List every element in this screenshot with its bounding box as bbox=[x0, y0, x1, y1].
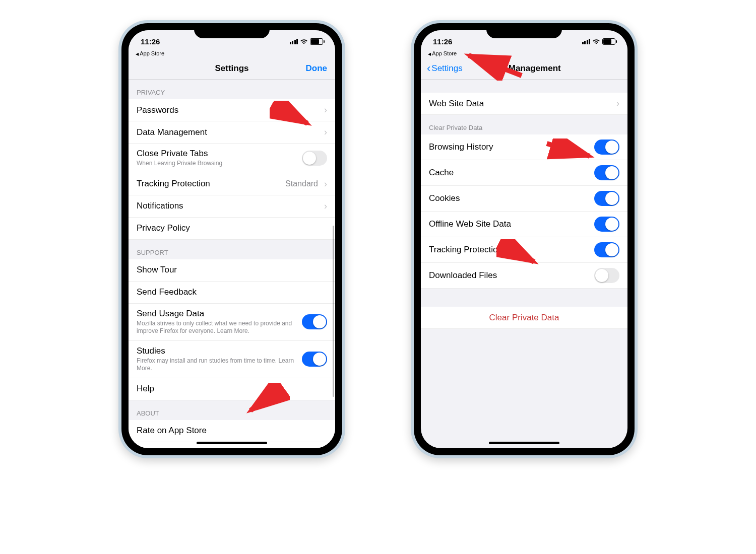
row-tracking[interactable]: Tracking Protection bbox=[421, 237, 627, 263]
chevron-back-icon: ‹ bbox=[427, 62, 430, 75]
chevron-icon: › bbox=[324, 179, 327, 189]
label-data-management: Data Management bbox=[137, 127, 207, 137]
section-support: SUPPORT bbox=[129, 240, 335, 259]
chevron-icon: › bbox=[324, 201, 327, 212]
section-clear-header: Clear Private Data bbox=[421, 115, 627, 134]
row-notifications[interactable]: Notifications › bbox=[129, 195, 335, 218]
label-notifications: Notifications bbox=[137, 201, 183, 211]
row-cache[interactable]: Cache bbox=[421, 160, 627, 186]
row-downloads[interactable]: Downloaded Files bbox=[421, 263, 627, 289]
label-clear-private: Clear Private Data bbox=[489, 313, 559, 323]
toggle-send-usage[interactable] bbox=[302, 314, 327, 329]
chevron-icon: › bbox=[616, 98, 619, 109]
section-about: ABOUT bbox=[129, 400, 335, 420]
status-time: 11:26 bbox=[141, 37, 186, 46]
nav-bar: Settings Done bbox=[129, 57, 335, 80]
label-downloads: Downloaded Files bbox=[429, 270, 497, 281]
toggle-browsing-history[interactable] bbox=[594, 140, 619, 155]
scrollbar[interactable] bbox=[333, 226, 334, 397]
label-close-private: Close Private Tabs bbox=[137, 149, 208, 159]
toggle-offline[interactable] bbox=[594, 217, 619, 232]
nav-bar: ‹ Settings Data Management bbox=[421, 57, 627, 80]
status-icons bbox=[278, 37, 323, 45]
clear-private-data-button[interactable]: Clear Private Data bbox=[421, 307, 627, 329]
done-button[interactable]: Done bbox=[306, 57, 328, 79]
label-cache: Cache bbox=[429, 168, 454, 178]
back-to-app[interactable]: App Store bbox=[421, 50, 627, 57]
data-mgmt-content: Web Site Data › Clear Private Data Brows… bbox=[421, 80, 627, 448]
label-send-usage: Send Usage Data bbox=[137, 309, 204, 319]
label-tracking: Tracking Protection bbox=[137, 179, 210, 189]
row-passwords[interactable]: Passwords › bbox=[129, 99, 335, 121]
toggle-tracking[interactable] bbox=[594, 242, 619, 257]
label-offline: Offline Web Site Data bbox=[429, 219, 511, 229]
row-privacy-policy[interactable]: Privacy Policy bbox=[129, 218, 335, 240]
battery-icon bbox=[602, 38, 615, 45]
nav-title: Settings bbox=[215, 63, 248, 74]
label-browsing-history: Browsing History bbox=[429, 142, 493, 152]
label-cookies: Cookies bbox=[429, 193, 460, 203]
row-studies[interactable]: Studies Firefox may install and run stud… bbox=[129, 341, 335, 378]
status-icons bbox=[570, 37, 615, 45]
back-label: Settings bbox=[431, 63, 462, 74]
phone-bezel: 11:26 App Store ‹ Settings Data Manageme… bbox=[414, 23, 635, 455]
row-rate[interactable]: Rate on App Store bbox=[129, 420, 335, 442]
label-version: Firefox 113.1 (30885) bbox=[137, 448, 219, 448]
notch bbox=[486, 23, 562, 38]
label-show-tour: Show Tour bbox=[137, 265, 177, 275]
row-show-tour[interactable]: Show Tour bbox=[129, 259, 335, 282]
back-to-app[interactable]: App Store bbox=[129, 50, 335, 57]
label-tracking-prot: Tracking Protection bbox=[429, 245, 502, 255]
notch bbox=[194, 23, 270, 38]
row-browsing-history[interactable]: Browsing History bbox=[421, 134, 627, 160]
cellular-icon bbox=[290, 39, 298, 44]
wifi-icon bbox=[592, 37, 600, 45]
phone-settings: 11:26 App Store Settings Done PRIVACY Pa… bbox=[118, 20, 345, 458]
value-tracking: Standard bbox=[285, 179, 318, 188]
row-offline[interactable]: Offline Web Site Data bbox=[421, 212, 627, 237]
screen-data-management: 11:26 App Store ‹ Settings Data Manageme… bbox=[421, 30, 627, 448]
row-data-management[interactable]: Data Management › bbox=[129, 121, 335, 144]
toggle-close-private[interactable] bbox=[302, 151, 327, 166]
label-studies: Studies bbox=[137, 346, 165, 356]
label-privacy-policy: Privacy Policy bbox=[137, 223, 190, 233]
home-indicator[interactable] bbox=[197, 442, 267, 444]
wifi-icon bbox=[300, 37, 308, 45]
phone-bezel: 11:26 App Store Settings Done PRIVACY Pa… bbox=[121, 23, 342, 455]
sub-studies: Firefox may install and run studies from… bbox=[137, 357, 305, 373]
cellular-icon bbox=[582, 39, 591, 44]
label-rate: Rate on App Store bbox=[137, 426, 207, 436]
sub-close-private: When Leaving Private Browsing bbox=[137, 160, 222, 168]
row-cookies[interactable]: Cookies bbox=[421, 186, 627, 212]
row-tracking-protection[interactable]: Tracking Protection Standard › bbox=[129, 173, 335, 195]
home-indicator[interactable] bbox=[489, 442, 559, 444]
row-web-site-data[interactable]: Web Site Data › bbox=[421, 93, 627, 115]
section-privacy: PRIVACY bbox=[129, 80, 335, 99]
row-help[interactable]: Help bbox=[129, 378, 335, 400]
toggle-cache[interactable] bbox=[594, 165, 619, 180]
phone-data-management: 11:26 App Store ‹ Settings Data Manageme… bbox=[411, 20, 638, 458]
chevron-icon: › bbox=[324, 105, 327, 115]
sub-send-usage: Mozilla strives to only collect what we … bbox=[137, 320, 305, 335]
label-web-site-data: Web Site Data bbox=[429, 99, 484, 109]
label-help: Help bbox=[137, 384, 154, 394]
settings-content: PRIVACY Passwords › Data Management › Cl… bbox=[129, 80, 335, 448]
toggle-downloads[interactable] bbox=[594, 268, 619, 283]
row-close-private-tabs[interactable]: Close Private Tabs When Leaving Private … bbox=[129, 144, 335, 173]
chevron-icon: › bbox=[324, 127, 327, 137]
toggle-studies[interactable] bbox=[302, 352, 327, 367]
row-send-feedback[interactable]: Send Feedback bbox=[129, 282, 335, 304]
back-button[interactable]: ‹ Settings bbox=[427, 57, 463, 79]
nav-title: Data Management bbox=[487, 63, 560, 74]
label-passwords: Passwords bbox=[137, 105, 178, 115]
screen-settings: 11:26 App Store Settings Done PRIVACY Pa… bbox=[129, 30, 335, 448]
toggle-cookies[interactable] bbox=[594, 191, 619, 206]
battery-icon bbox=[310, 38, 323, 45]
label-send-feedback: Send Feedback bbox=[137, 287, 197, 297]
status-time: 11:26 bbox=[433, 37, 478, 46]
row-send-usage[interactable]: Send Usage Data Mozilla strives to only … bbox=[129, 304, 335, 341]
